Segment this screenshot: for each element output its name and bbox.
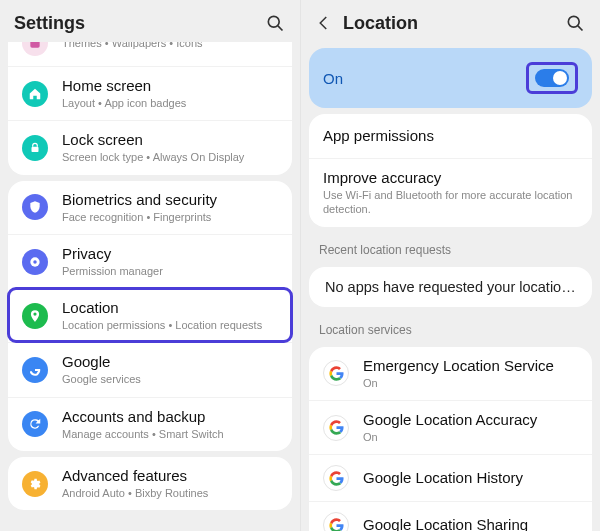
location-title: Location: [343, 13, 564, 34]
settings-item-sub: Themes • Wallpapers • Icons: [62, 42, 278, 51]
svg-line-8: [578, 26, 583, 31]
settings-item-sub: Permission manager: [62, 264, 278, 278]
location-content: On App permissions Improve accuracy Use …: [301, 42, 600, 531]
settings-item-themes[interactable]: Themes • Wallpapers • Icons: [8, 42, 292, 66]
privacy-icon: [22, 249, 48, 275]
svg-rect-3: [32, 147, 39, 152]
settings-item-privacy[interactable]: Privacy Permission manager: [8, 234, 292, 288]
backup-icon: [22, 411, 48, 437]
settings-title: Settings: [14, 13, 264, 34]
location-pane: Location On App permissions Improve accu…: [300, 0, 600, 531]
location-services-heading: Location services: [301, 313, 600, 341]
service-emergency-location[interactable]: Emergency Location Service On: [309, 347, 592, 400]
svg-line-1: [278, 26, 283, 31]
search-icon[interactable]: [264, 13, 286, 33]
lock-icon: [22, 135, 48, 161]
google-g-icon: [323, 360, 349, 386]
settings-item-sub: Layout • App icon badges: [62, 96, 278, 110]
settings-item-label: Privacy: [62, 245, 278, 263]
svg-rect-2: [30, 42, 39, 48]
settings-item-sub: Android Auto • Bixby Routines: [62, 486, 278, 500]
settings-item-advanced[interactable]: Advanced features Android Auto • Bixby R…: [8, 457, 292, 510]
settings-group-display: Themes • Wallpapers • Icons Home screen …: [8, 42, 292, 175]
settings-group-security: Biometrics and security Face recognition…: [8, 181, 292, 451]
location-services-group: Emergency Location Service On Google Loc…: [309, 347, 592, 531]
svg-point-7: [568, 16, 579, 27]
service-label: Emergency Location Service: [363, 357, 578, 375]
service-location-history[interactable]: Google Location History: [309, 454, 592, 501]
settings-item-sub: Location permissions • Location requests: [62, 318, 278, 332]
service-sub: On: [363, 430, 578, 444]
row-sub: Use Wi-Fi and Bluetooth for more accurat…: [323, 188, 578, 217]
settings-item-label: Location: [62, 299, 278, 317]
service-label: Google Location Accuracy: [363, 411, 578, 429]
settings-item-label: Home screen: [62, 77, 278, 95]
settings-group-advanced: Advanced features Android Auto • Bixby R…: [8, 457, 292, 510]
service-label: Google Location History: [363, 469, 578, 487]
settings-item-label: Biometrics and security: [62, 191, 278, 209]
settings-item-lock-screen[interactable]: Lock screen Screen lock type • Always On…: [8, 120, 292, 174]
settings-item-label: Google: [62, 353, 278, 371]
location-master-toggle-row[interactable]: On: [309, 48, 592, 108]
settings-item-home-screen[interactable]: Home screen Layout • App icon badges: [8, 66, 292, 120]
shield-icon: [22, 194, 48, 220]
settings-item-biometrics[interactable]: Biometrics and security Face recognition…: [8, 181, 292, 234]
service-location-sharing[interactable]: Google Location Sharing: [309, 501, 592, 531]
settings-header: Settings: [0, 0, 300, 42]
settings-item-sub: Screen lock type • Always On Display: [62, 150, 278, 164]
search-icon[interactable]: [564, 13, 586, 33]
row-label: Improve accuracy: [323, 169, 578, 187]
advanced-icon: [22, 471, 48, 497]
on-label: On: [323, 70, 526, 87]
settings-item-sub: Google services: [62, 372, 278, 386]
settings-item-location[interactable]: Location Location permissions • Location…: [8, 288, 292, 342]
improve-accuracy-row[interactable]: Improve accuracy Use Wi-Fi and Bluetooth…: [309, 158, 592, 227]
google-icon: [22, 357, 48, 383]
home-icon: [22, 81, 48, 107]
recent-requests-heading: Recent location requests: [301, 233, 600, 261]
settings-list: Themes • Wallpapers • Icons Home screen …: [0, 42, 300, 531]
theme-icon: [22, 42, 48, 56]
app-permissions-row[interactable]: App permissions: [309, 114, 592, 158]
google-g-icon: [323, 465, 349, 491]
settings-item-sub: Manage accounts • Smart Switch: [62, 427, 278, 441]
settings-item-label: Lock screen: [62, 131, 278, 149]
location-icon: [22, 303, 48, 329]
settings-item-label: Advanced features: [62, 467, 278, 485]
service-location-accuracy[interactable]: Google Location Accuracy On: [309, 400, 592, 454]
svg-point-5: [33, 260, 37, 264]
service-sub: On: [363, 376, 578, 390]
settings-item-sub: Face recognition • Fingerprints: [62, 210, 278, 224]
recent-requests-text: No apps have requested your location r..: [309, 267, 592, 307]
row-label: App permissions: [323, 127, 578, 145]
google-g-icon: [323, 512, 349, 531]
settings-item-label: Accounts and backup: [62, 408, 278, 426]
location-header: Location: [301, 0, 600, 42]
back-icon[interactable]: [315, 14, 337, 32]
settings-item-google[interactable]: Google Google services: [8, 342, 292, 396]
location-options-group: App permissions Improve accuracy Use Wi-…: [309, 114, 592, 227]
service-label: Google Location Sharing: [363, 516, 578, 531]
settings-item-accounts[interactable]: Accounts and backup Manage accounts • Sm…: [8, 397, 292, 451]
google-g-icon: [323, 415, 349, 441]
toggle-knob: [553, 71, 567, 85]
location-toggle[interactable]: [535, 69, 569, 87]
settings-pane: Settings Themes • Wallpapers • Icons Hom: [0, 0, 300, 531]
toggle-highlight: [526, 62, 578, 94]
svg-point-0: [268, 16, 279, 27]
